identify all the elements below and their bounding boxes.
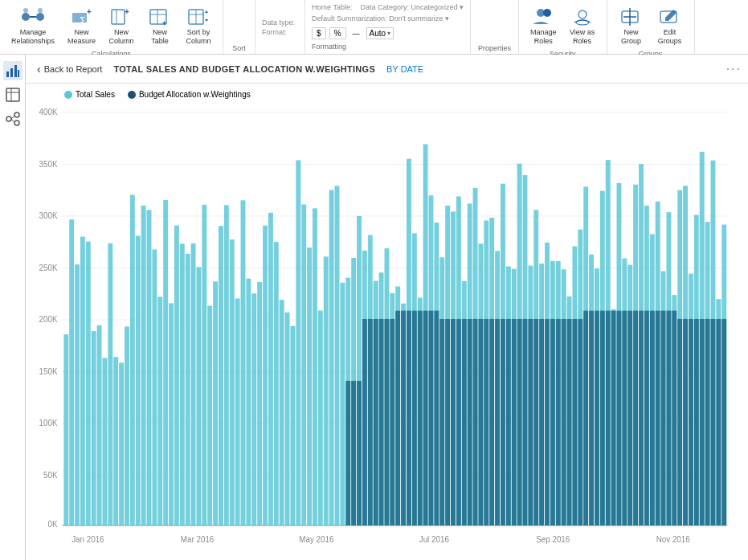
new-group-button[interactable]: NewGroup bbox=[614, 3, 649, 48]
svg-text:100K: 100K bbox=[39, 419, 58, 427]
sidebar bbox=[0, 55, 26, 560]
svg-point-1 bbox=[36, 13, 44, 21]
auto-dropdown[interactable]: Auto ▾ bbox=[366, 27, 394, 39]
svg-rect-158 bbox=[468, 319, 472, 525]
svg-rect-85 bbox=[191, 243, 196, 525]
svg-rect-98 bbox=[263, 226, 268, 525]
by-date-button[interactable]: BY DATE bbox=[382, 63, 428, 76]
view-as-roles-label: View asRoles bbox=[570, 28, 595, 46]
svg-rect-242 bbox=[700, 319, 705, 525]
svg-rect-236 bbox=[683, 319, 688, 525]
formatting-top-labels: Home Table: Data Category: Uncategorized… bbox=[312, 3, 464, 11]
new-column-button[interactable]: + NewColumn bbox=[104, 3, 139, 48]
svg-rect-232 bbox=[672, 311, 676, 525]
format-row: Format: bbox=[262, 28, 298, 36]
new-measure-label: NewMeasure bbox=[67, 28, 96, 46]
svg-rect-95 bbox=[246, 279, 251, 525]
svg-rect-152 bbox=[451, 319, 456, 525]
sidebar-icon-table[interactable] bbox=[3, 85, 22, 104]
ribbon-group-security: ManageRoles View asRoles Security bbox=[519, 0, 607, 54]
svg-rect-69 bbox=[103, 358, 108, 525]
chart-container: Total Sales Budget Allocation w.Weightin… bbox=[26, 84, 748, 560]
svg-point-33 bbox=[6, 116, 11, 121]
back-to-report-label: Back to Report bbox=[44, 64, 103, 74]
back-to-report-button[interactable]: ‹ Back to Report bbox=[32, 61, 107, 77]
svg-rect-82 bbox=[174, 226, 179, 525]
chart-svg-wrapper: 400K 350K 300K 250K 200K 150K 100K 50K 0… bbox=[32, 102, 735, 560]
svg-point-35 bbox=[14, 121, 19, 125]
view-as-roles-button[interactable]: View asRoles bbox=[565, 3, 600, 48]
new-column-icon: + bbox=[108, 6, 134, 28]
svg-rect-186 bbox=[545, 319, 550, 525]
format-buttons-row: $ % — Auto ▾ bbox=[312, 27, 464, 39]
svg-text:400K: 400K bbox=[39, 108, 58, 116]
svg-rect-228 bbox=[661, 311, 666, 525]
sort-by-column-icon bbox=[186, 6, 211, 28]
svg-rect-202 bbox=[589, 311, 594, 525]
chart-toolbar: ‹ Back to Report TOTAL SALES AND BUDGET … bbox=[26, 55, 748, 84]
svg-rect-66 bbox=[86, 242, 91, 525]
auto-chevron: ▾ bbox=[387, 30, 390, 37]
sort-by-column-button[interactable]: Sort byColumn bbox=[181, 3, 216, 48]
svg-rect-230 bbox=[666, 311, 671, 525]
svg-point-20 bbox=[578, 10, 587, 18]
data-category-label: Data Category: bbox=[360, 3, 409, 11]
svg-rect-111 bbox=[335, 186, 340, 525]
legend-label-total-sales: Total Sales bbox=[76, 90, 115, 99]
svg-rect-140 bbox=[418, 311, 423, 525]
svg-rect-200 bbox=[583, 311, 588, 525]
new-table-button[interactable]: + NewTable bbox=[142, 3, 178, 48]
svg-rect-180 bbox=[528, 319, 533, 525]
summarization-row: Default Summarization: Don't summarize ▾ bbox=[312, 14, 464, 22]
svg-rect-90 bbox=[219, 226, 223, 525]
manage-roles-button[interactable]: ManageRoles bbox=[525, 3, 562, 48]
svg-rect-244 bbox=[705, 319, 710, 525]
svg-text:50K: 50K bbox=[43, 470, 58, 479]
svg-rect-240 bbox=[694, 319, 699, 525]
sidebar-icon-report[interactable] bbox=[3, 61, 22, 80]
svg-rect-76 bbox=[141, 206, 146, 525]
currency-button[interactable]: $ bbox=[312, 27, 326, 39]
svg-rect-204 bbox=[595, 311, 599, 525]
svg-rect-112 bbox=[340, 283, 345, 525]
svg-rect-100 bbox=[274, 242, 279, 525]
svg-line-37 bbox=[11, 119, 14, 122]
svg-rect-142 bbox=[423, 311, 428, 525]
svg-rect-216 bbox=[627, 311, 632, 525]
svg-rect-103 bbox=[290, 326, 295, 525]
svg-rect-130 bbox=[390, 319, 394, 525]
main-area: ‹ Back to Report TOTAL SALES AND BUDGET … bbox=[0, 55, 748, 560]
svg-rect-80 bbox=[163, 200, 168, 525]
new-measure-button[interactable]: ∑ + NewMeasure bbox=[63, 3, 100, 48]
svg-rect-134 bbox=[401, 311, 406, 525]
svg-rect-99 bbox=[268, 213, 273, 525]
svg-rect-79 bbox=[157, 296, 162, 525]
svg-rect-63 bbox=[69, 219, 74, 525]
ribbon-meta: Data type: Format: bbox=[255, 0, 305, 54]
sidebar-icon-model[interactable] bbox=[3, 109, 22, 129]
manage-roles-label: ManageRoles bbox=[530, 28, 557, 46]
svg-rect-206 bbox=[600, 311, 605, 525]
format-label: Format: bbox=[262, 28, 287, 36]
svg-point-21 bbox=[576, 20, 589, 25]
data-category-value: Uncategorized bbox=[411, 3, 458, 11]
new-measure-icon: ∑ + bbox=[69, 6, 95, 28]
security-actions: ManageRoles View asRoles bbox=[525, 3, 600, 48]
toolbar-more-button[interactable]: ··· bbox=[726, 62, 742, 76]
new-group-icon bbox=[619, 6, 644, 28]
svg-rect-106 bbox=[307, 247, 312, 525]
ribbon-group-label-properties: Properties bbox=[478, 43, 511, 52]
chart-title-label: TOTAL SALES AND BUDGET ALLOCATION W.WEIG… bbox=[113, 64, 375, 74]
manage-relationships-button[interactable]: ManageRelationships bbox=[6, 3, 59, 48]
svg-rect-122 bbox=[368, 319, 373, 525]
svg-rect-72 bbox=[119, 362, 124, 525]
svg-rect-97 bbox=[257, 282, 262, 525]
svg-point-19 bbox=[543, 9, 551, 17]
new-column-label: NewColumn bbox=[109, 28, 134, 46]
edit-groups-button[interactable]: EditGroups bbox=[652, 3, 688, 48]
svg-text:350K: 350K bbox=[39, 159, 58, 168]
edit-groups-icon bbox=[657, 6, 683, 28]
percent-button[interactable]: % bbox=[329, 27, 346, 39]
svg-rect-27 bbox=[10, 68, 13, 77]
svg-rect-71 bbox=[113, 357, 118, 525]
